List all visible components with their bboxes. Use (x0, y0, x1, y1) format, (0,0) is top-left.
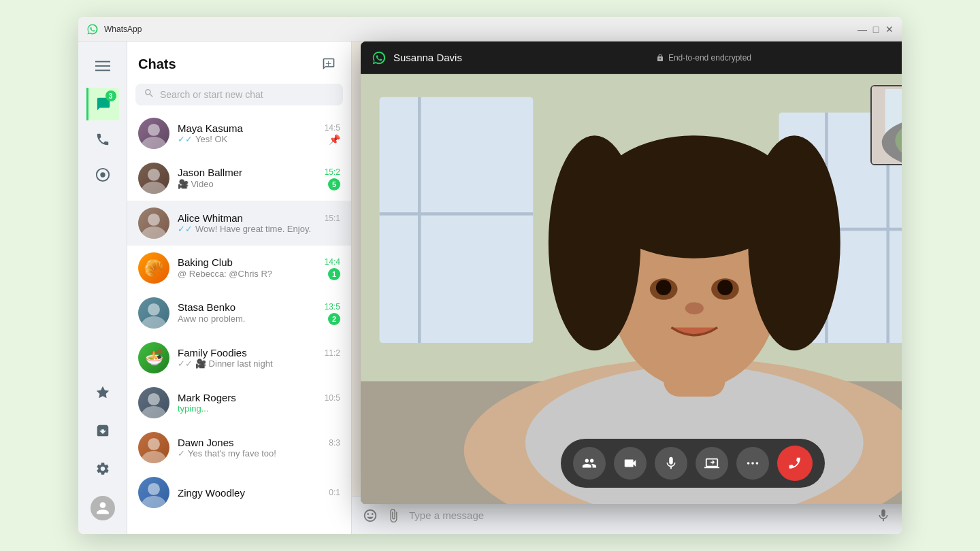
chat-name-dawn: Dawn Jones (178, 437, 234, 448)
status-icon (95, 167, 110, 182)
search-input-wrap (135, 84, 343, 105)
unread-badge-jason: 5 (328, 178, 340, 190)
svg-point-12 (142, 316, 166, 329)
title-bar-controls: — □ ✕ (858, 25, 894, 33)
chat-preview-family: ✓✓ 🎥 Dinner last night (178, 358, 340, 369)
chat-item-baking[interactable]: 🥐 Baking Club 14:4 @ Rebecca: @Chris R? … (127, 246, 351, 290)
chat-info-alice: Alice Whitman 15:1 ✓✓ Wow! Have great ti… (178, 212, 340, 234)
chat-name-family: Family Foodies (178, 347, 247, 358)
mute-button[interactable] (655, 447, 687, 480)
chat-preview-baking: @ Rebecca: @Chris R? 1 (178, 268, 340, 280)
user-avatar[interactable] (91, 496, 115, 520)
chat-name-baking: Baking Club (178, 256, 233, 268)
emoji-button[interactable] (363, 508, 378, 523)
maximize-button[interactable]: □ (872, 25, 880, 33)
archived-icon (95, 423, 110, 438)
chat-name-maya: Maya Kasuma (178, 122, 243, 134)
svg-point-9 (148, 214, 160, 226)
svg-point-5 (148, 124, 160, 136)
search-input[interactable] (160, 89, 335, 100)
svg-point-6 (142, 137, 166, 149)
end-call-button[interactable] (777, 446, 813, 481)
chat-time-dawn: 8:3 (329, 438, 340, 448)
message-input[interactable] (409, 510, 868, 521)
sidebar-item-calls[interactable] (86, 123, 119, 156)
chat-item-alice[interactable]: Alice Whitman 15:1 ✓✓ Wow! Have great ti… (127, 201, 351, 246)
avatar-alice (138, 207, 169, 239)
calls-icon (95, 132, 110, 147)
header-icons (317, 52, 340, 76)
chat-item-zingy[interactable]: Zingy Woodley 0:1 (127, 470, 351, 515)
chat-list-title: Chats (138, 56, 176, 72)
sidebar-item-chats[interactable]: 3 (86, 88, 119, 120)
sidebar-item-starred[interactable] (86, 376, 119, 409)
add-participant-icon (582, 456, 597, 471)
close-button[interactable]: ✕ (885, 25, 894, 33)
new-chat-button[interactable] (317, 52, 340, 76)
sidebar-item-settings[interactable] (86, 452, 119, 485)
svg-point-58 (751, 462, 754, 465)
settings-icon (95, 461, 110, 476)
chat-item-stasa[interactable]: Stasa Benko 13:5 Aww no problem. 2 (127, 290, 351, 335)
video-contact-name: Susanna Davis (393, 52, 462, 63)
minimize-button[interactable]: — (858, 25, 866, 33)
encryption-text: End-to-end endcrypted (668, 53, 751, 63)
attachment-button[interactable] (386, 508, 401, 523)
self-view-video (872, 86, 902, 164)
microphone-icon (876, 508, 891, 523)
svg-point-57 (747, 462, 749, 465)
screen-share-button[interactable] (696, 447, 728, 480)
chat-info-stasa: Stasa Benko 13:5 Aww no problem. 2 (178, 301, 340, 325)
chat-item-maya[interactable]: Maya Kasuma 14:5 ✓✓ Yes! OK 📌 (127, 111, 351, 156)
app-window: WhatsApp — □ ✕ 3 (78, 17, 902, 534)
chat-info-dawn: Dawn Jones 8:3 ✓ Yes that's my fave too! (178, 437, 340, 458)
chat-time-jason: 15:2 (325, 167, 340, 177)
chat-time-mark: 10:5 (325, 393, 340, 403)
app-title: WhatsApp (104, 24, 142, 34)
camera-button[interactable] (614, 447, 647, 480)
svg-point-40 (656, 280, 672, 295)
svg-rect-2 (95, 70, 110, 71)
chat-time-stasa: 13:5 (325, 302, 340, 312)
chats-badge: 3 (105, 90, 116, 101)
emoji-icon (363, 508, 378, 523)
sidebar-item-status[interactable] (86, 158, 119, 191)
avatar-image-maya (138, 118, 169, 149)
video-call-window: Susanna Davis End-to-end endcrypted — □ … (361, 41, 902, 504)
avatar-zingy (138, 477, 169, 508)
chat-item-family[interactable]: 🍜 Family Foodies 11:2 ✓✓ 🎥 Dinner last n… (127, 335, 351, 380)
sidebar-item-menu[interactable] (86, 50, 119, 82)
chat-info-jason: Jason Ballmer 15:2 🎥 Video 5 (178, 167, 340, 190)
svg-point-16 (142, 451, 166, 463)
sidebar-item-archived[interactable] (86, 414, 119, 447)
video-background (361, 74, 902, 504)
mic-icon (664, 456, 679, 471)
voice-message-button[interactable] (876, 508, 891, 523)
svg-point-7 (148, 169, 160, 181)
chat-item-mark[interactable]: Mark Rogers 10:5 typing... (127, 380, 351, 425)
svg-rect-20 (380, 97, 534, 343)
chat-preview-alice: ✓✓ Wow! Have great time. Enjoy. (178, 224, 340, 234)
add-participant-button[interactable] (573, 447, 606, 480)
chat-name-mark: Mark Rogers (178, 392, 236, 403)
chat-time-family: 11:2 (325, 348, 340, 358)
self-view-svg (872, 85, 902, 165)
chat-time-maya: 14:5 (325, 123, 340, 133)
more-options-button[interactable] (736, 447, 769, 480)
chat-item-dawn[interactable]: Dawn Jones 8:3 ✓ Yes that's my fave too! (127, 425, 351, 470)
svg-point-10 (142, 227, 166, 239)
unread-badge-stasa: 2 (328, 313, 340, 325)
chat-list-panel: Chats (127, 41, 352, 534)
more-icon (745, 456, 760, 471)
chat-item-jason[interactable]: Jason Ballmer 15:2 🎥 Video 5 (127, 156, 351, 201)
avatar-image-zingy (138, 477, 169, 508)
chat-name-alice: Alice Whitman (178, 212, 243, 224)
video-title-left: Susanna Davis (372, 50, 462, 65)
svg-point-59 (755, 462, 758, 465)
chat-preview-mark: typing... (178, 403, 340, 414)
svg-rect-22 (380, 212, 534, 216)
title-bar: WhatsApp — □ ✕ (78, 17, 902, 41)
sidebar: 3 (78, 41, 127, 534)
chat-preview-maya: ✓✓ Yes! OK 📌 (178, 134, 340, 145)
unread-badge-baking: 1 (328, 268, 340, 280)
